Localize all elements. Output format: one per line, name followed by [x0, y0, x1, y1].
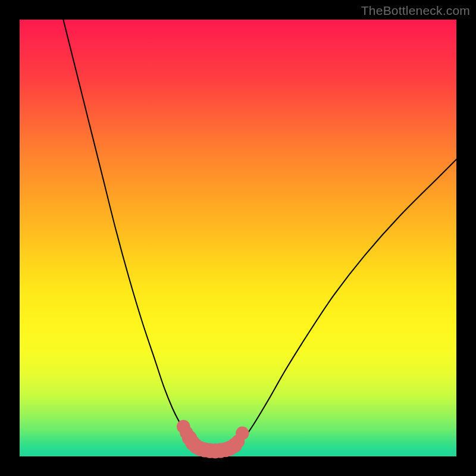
- chart-frame: TheBottleneck.com: [0, 0, 476, 476]
- plot-area: [20, 20, 456, 456]
- bottleneck-curve: [63, 20, 456, 451]
- chart-svg: [20, 20, 456, 456]
- curve-path: [63, 20, 456, 451]
- watermark-text: TheBottleneck.com: [361, 4, 470, 18]
- valley-markers: [177, 420, 249, 459]
- valley-marker: [236, 427, 249, 440]
